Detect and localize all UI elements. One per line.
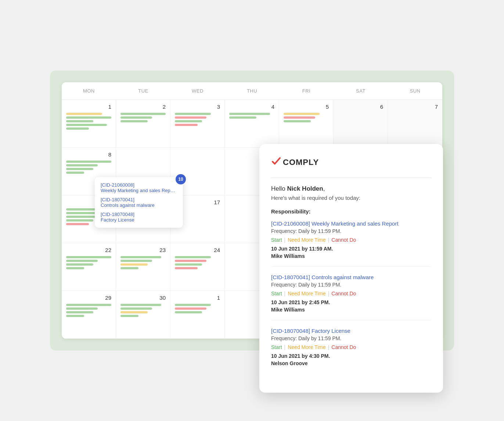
modal-item-freq-2: Frequency: Daily by 11:59 PM.	[271, 282, 431, 288]
cal-cell-5[interactable]: 5	[279, 100, 334, 148]
modal-item-date-1: 10 Jun 2021 by 11:59 AM.	[271, 246, 431, 252]
cannot-button-2[interactable]: Cannot Do	[331, 291, 356, 296]
day8-popup[interactable]: 10 [CID-21060008] Weekly Marketing and s…	[95, 177, 183, 228]
cal-cell-22[interactable]: 22	[62, 243, 116, 291]
modal-item-2: [CID-18070041] Controls against malware …	[271, 274, 431, 320]
cal-date: 7	[392, 104, 438, 110]
cal-cell-24[interactable]: 24	[170, 243, 225, 291]
greeting-comma: ,	[323, 185, 325, 192]
cal-date: 1	[175, 295, 220, 301]
logo-check-icon	[271, 156, 281, 169]
modal-greeting: Hello Nick Holden,	[271, 185, 431, 192]
modal-item-actions-3: Start | Need More Time | Cannot Do	[271, 344, 431, 350]
cal-cell-31[interactable]: 1	[170, 291, 225, 339]
popup-item[interactable]: [CID-18070041] Controls against malware	[101, 197, 177, 208]
cal-date: 6	[338, 104, 383, 110]
modal-item-person-1: Mike Williams	[271, 253, 431, 259]
outer-container: MON TUE WED THU FRI SAT SUN 1 2 3 4	[50, 71, 454, 350]
popup-cid-1: [CID-21060008]	[101, 182, 177, 188]
start-button-3[interactable]: Start	[271, 344, 282, 350]
cal-cell-30[interactable]: 30	[116, 291, 170, 339]
header-wed: WED	[170, 82, 225, 100]
modal-item-freq-3: Frequency: Daily by 11:59 PM.	[271, 335, 431, 341]
cal-date: 22	[66, 247, 111, 253]
header-mon: MON	[62, 82, 116, 100]
cal-date: 24	[175, 247, 220, 253]
more-time-button-3[interactable]: Need More Time	[288, 344, 325, 350]
header-fri: FRI	[279, 82, 334, 100]
header-thu: THU	[225, 82, 279, 100]
cal-cell-7: 7	[388, 100, 442, 148]
cal-date: 4	[229, 104, 274, 110]
cal-date: 3	[175, 104, 220, 110]
modal-section-label: Responsibility:	[271, 208, 431, 215]
cal-date: 2	[120, 104, 166, 110]
modal-item-actions-1: Start | Need More Time | Cannot Do	[271, 237, 431, 243]
start-button-2[interactable]: Start	[271, 291, 282, 296]
popup-item[interactable]: [CID-18070048] Factory License	[101, 212, 177, 223]
popup-item[interactable]: [CID-21060008] Weekly Marketing and sale…	[101, 182, 177, 193]
modal-item-date-2: 10 Jun 2021 by 2:45 PM.	[271, 299, 431, 305]
greeting-prefix: Hello	[271, 185, 287, 192]
popup-badge: 10	[176, 174, 186, 184]
start-button-1[interactable]: Start	[271, 237, 282, 243]
header-sun: SUN	[388, 82, 442, 100]
logo-text: COMPLY	[283, 158, 319, 167]
cal-cell-1[interactable]: 1	[62, 100, 116, 148]
header-tue: TUE	[116, 82, 170, 100]
popup-cid-2: [CID-18070041]	[101, 197, 177, 202]
cannot-button-3[interactable]: Cannot Do	[331, 344, 356, 350]
modal-divider	[271, 177, 431, 178]
modal-logo: COMPLY	[271, 156, 431, 169]
modal-item-person-3: Nelson Groove	[271, 360, 431, 366]
cal-date: 5	[284, 104, 329, 110]
modal-item-3: [CID-18070048] Factory License Frequency…	[271, 328, 431, 374]
popup-cid-3: [CID-18070048]	[101, 212, 177, 217]
modal-item-link-3[interactable]: [CID-18070048] Factory License	[271, 328, 431, 334]
cannot-button-1[interactable]: Cannot Do	[331, 237, 356, 243]
sep: |	[328, 344, 330, 350]
sep: |	[284, 344, 286, 350]
sep: |	[284, 237, 286, 243]
more-time-button-1[interactable]: Need More Time	[288, 237, 325, 243]
calendar-header: MON TUE WED THU FRI SAT SUN	[62, 82, 442, 100]
modal-subtitle: Here's what is required of you today:	[271, 195, 431, 201]
cal-date: 29	[66, 295, 111, 301]
modal-item-link-2[interactable]: [CID-18070041] Controls against malware	[271, 274, 431, 280]
cal-cell-4[interactable]: 4	[225, 100, 279, 148]
popup-title-3: Factory License	[101, 217, 177, 223]
cal-cell-2[interactable]: 2	[116, 100, 170, 148]
cal-cell-8[interactable]: 8 10 [CID-21060008] Weekly Marketing and…	[62, 148, 116, 195]
cal-cell-6: 6	[334, 100, 388, 148]
modal-item-link-1[interactable]: [CID-21060008] Weekly Marketing and sale…	[271, 220, 431, 227]
more-time-button-2[interactable]: Need More Time	[288, 291, 325, 296]
sep: |	[284, 291, 286, 296]
cal-date: 30	[120, 295, 166, 301]
modal-item-date-3: 10 Jun 2021 by 4:30 PM.	[271, 353, 431, 359]
cal-date: 23	[120, 247, 166, 253]
sep: |	[328, 237, 330, 243]
cal-cell-3[interactable]: 3	[170, 100, 225, 148]
modal-item-1: [CID-21060008] Weekly Marketing and sale…	[271, 220, 431, 267]
popup-title-1: Weekly Marketing and sales Rep…	[101, 188, 177, 193]
modal-item-person-2: Mike Williams	[271, 307, 431, 313]
email-modal: COMPLY Hello Nick Holden, Here's what is…	[259, 144, 443, 393]
cal-cell-29[interactable]: 29	[62, 291, 116, 339]
modal-item-freq-1: Frequency: Daily by 11:59 PM.	[271, 228, 431, 234]
header-sat: SAT	[334, 82, 388, 100]
sep: |	[328, 291, 330, 296]
popup-title-2: Controls against malware	[101, 202, 177, 208]
modal-item-actions-2: Start | Need More Time | Cannot Do	[271, 291, 431, 296]
cal-date: 1	[66, 104, 111, 110]
greeting-name: Nick Holden	[287, 185, 323, 192]
cal-cell-23[interactable]: 23	[116, 243, 170, 291]
cal-date: 8	[66, 151, 111, 158]
